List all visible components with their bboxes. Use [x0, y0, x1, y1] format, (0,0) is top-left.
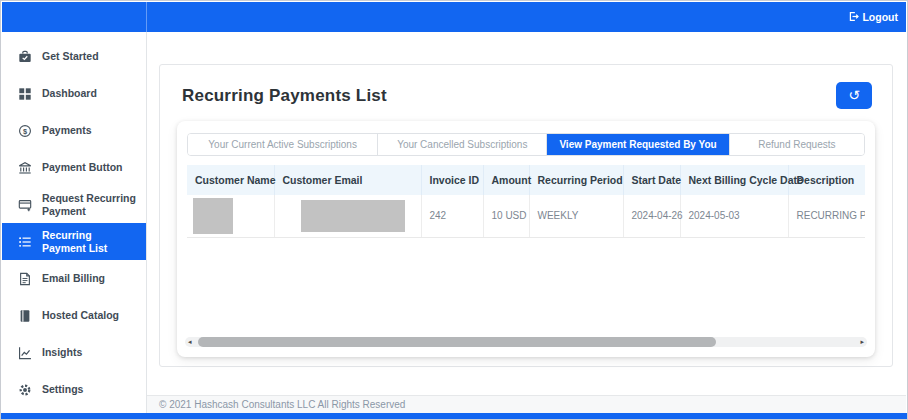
tab-current-active-subscriptions[interactable]: Your Current Active Subscriptions [188, 134, 377, 155]
brand-logo-area [2, 2, 147, 32]
subscription-tabs: Your Current Active Subscriptions Your C… [187, 133, 865, 156]
refresh-button[interactable]: ↺ [836, 82, 872, 109]
gear-icon [18, 383, 32, 397]
cell-next-billing-cycle-date: 2024-05-03 [680, 195, 788, 237]
cell-amount: 10 USD [483, 195, 529, 237]
sidebar-item-label: Get Started [42, 50, 99, 62]
redacted-customer-name [193, 198, 233, 234]
cell-start-date: 2024-04-26 [623, 195, 680, 237]
cell-description: RECURRING PAYMENT [788, 195, 865, 237]
app-window: Logout Get Started Dashboard $ Payments [0, 0, 908, 420]
sidebar-item-email-billing[interactable]: Email Billing [2, 260, 146, 297]
sidebar-item-dashboard[interactable]: Dashboard [2, 75, 146, 112]
footer: © 2021 Hashcash Consultants LLC All Righ… [147, 395, 906, 413]
sidebar-item-payments[interactable]: $ Payments [2, 112, 146, 149]
sidebar: Get Started Dashboard $ Payments Payment… [2, 32, 147, 413]
copyright-text: © 2021 Hashcash Consultants LLC All Righ… [159, 399, 405, 410]
col-start-date: Start Date [623, 165, 680, 195]
sidebar-item-insights[interactable]: Insights [2, 334, 146, 371]
tab-payment-requested-by-you[interactable]: View Payment Requested By You [546, 134, 729, 155]
refresh-icon: ↺ [848, 87, 860, 103]
col-next-billing-cycle-date: Next Billing Cycle Date [680, 165, 788, 195]
sidebar-item-label: Email Billing [42, 272, 105, 284]
horizontal-scrollbar[interactable]: ◂ ▸ [185, 337, 867, 347]
payments-table: Customer Name Customer Email Invoice ID … [187, 165, 865, 238]
sidebar-item-label: Recurring Payment List [42, 229, 138, 253]
sidebar-item-label: Settings [42, 383, 83, 395]
logout-label: Logout [862, 11, 898, 23]
bank-icon [18, 161, 32, 175]
sidebar-item-label: Dashboard [42, 87, 97, 99]
sidebar-item-hosted-catalog[interactable]: Hosted Catalog [2, 297, 146, 334]
bottom-accent-bar [1, 413, 907, 419]
col-recurring-period: Recurring Period [529, 165, 623, 195]
sidebar-item-label: Payment Button [42, 161, 123, 173]
col-invoice-id: Invoice ID [421, 165, 483, 195]
panel-header: Recurring Payments List ↺ [160, 65, 892, 121]
sidebar-item-get-started[interactable]: Get Started [2, 38, 146, 75]
redacted-customer-email [301, 200, 405, 232]
chart-line-icon [18, 346, 32, 360]
briefcase-check-icon [18, 50, 32, 64]
sidebar-item-settings[interactable]: Settings [2, 371, 146, 408]
sidebar-item-request-recurring-payment[interactable]: Request Recurring Payment [2, 186, 146, 223]
logout-icon [848, 11, 859, 24]
cell-invoice-id: 242 [421, 195, 483, 237]
card-plus-icon [18, 198, 32, 212]
col-description: Description [788, 165, 865, 195]
sidebar-item-recurring-payment-list[interactable]: Recurring Payment List [2, 223, 146, 260]
col-customer-email: Customer Email [274, 165, 421, 195]
scrollbar-thumb[interactable] [198, 337, 716, 347]
dollar-circle-icon: $ [18, 124, 32, 138]
book-icon [18, 309, 32, 323]
table-row: 242 10 USD WEEKLY 2024-04-26 2024-05-03 … [187, 195, 865, 237]
scroll-right-arrow-icon[interactable]: ▸ [860, 337, 864, 347]
sidebar-item-label: Request Recurring Payment [42, 192, 138, 216]
dashboard-grid-icon [18, 87, 32, 101]
table-header-row: Customer Name Customer Email Invoice ID … [187, 165, 865, 195]
logout-button[interactable]: Logout [848, 11, 898, 24]
cell-customer-name [187, 195, 274, 237]
page-title: Recurring Payments List [182, 86, 387, 106]
list-icon [18, 235, 32, 249]
tab-cancelled-subscriptions[interactable]: Your Cancelled Subscriptions [377, 134, 546, 155]
sidebar-item-label: Insights [42, 346, 82, 358]
tab-refund-requests[interactable]: Refund Requests [729, 134, 864, 155]
document-icon [18, 272, 32, 286]
col-customer-name: Customer Name [187, 165, 274, 195]
main-content: Recurring Payments List ↺ Your Current A… [147, 32, 906, 413]
sidebar-item-label: Payments [42, 124, 92, 136]
col-amount: Amount [483, 165, 529, 195]
recurring-payments-panel: Recurring Payments List ↺ Your Current A… [159, 64, 893, 367]
scroll-left-arrow-icon[interactable]: ◂ [188, 337, 192, 347]
payments-table-wrapper: Customer Name Customer Email Invoice ID … [187, 165, 865, 238]
svg-text:$: $ [23, 126, 28, 135]
subscriptions-card: Your Current Active Subscriptions Your C… [177, 121, 875, 357]
cell-customer-email [274, 195, 421, 237]
topbar: Logout [2, 2, 906, 32]
cell-recurring-period: WEEKLY [529, 195, 623, 237]
sidebar-item-label: Hosted Catalog [42, 309, 119, 321]
sidebar-item-payment-button[interactable]: Payment Button [2, 149, 146, 186]
